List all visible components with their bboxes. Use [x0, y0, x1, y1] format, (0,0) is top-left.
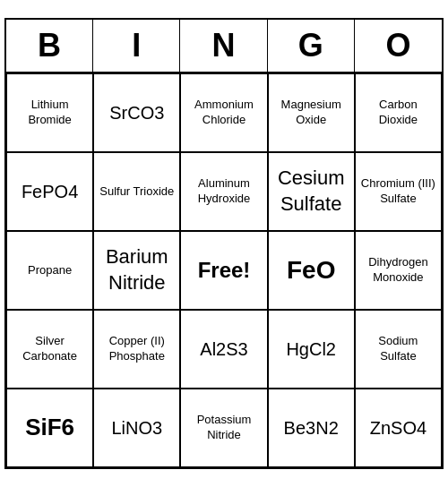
cell-r4-c0: SiF6 [6, 389, 93, 467]
cell-r1-c1: Sulfur Trioxide [93, 152, 180, 231]
cell-r0-c4: Carbon Dioxide [355, 73, 442, 152]
header-letter-O: O [355, 20, 442, 72]
cell-r1-c3: Cesium Sulfate [268, 152, 355, 231]
header-letter-B: B [6, 20, 93, 72]
cell-r4-c2: Potassium Nitride [180, 389, 267, 467]
cell-r4-c1: LiNO3 [93, 389, 180, 467]
cell-r1-c2: Aluminum Hydroxide [180, 152, 267, 231]
cell-r1-c0: FePO4 [6, 152, 93, 231]
cell-r3-c0: Silver Carbonate [6, 310, 93, 389]
bingo-grid: Lithium BromideSrCO3Ammonium ChlorideMag… [6, 73, 442, 467]
cell-r2-c0: Propane [6, 231, 93, 310]
cell-r3-c2: Al2S3 [180, 310, 267, 389]
cell-r4-c4: ZnSO4 [355, 389, 442, 467]
cell-r2-c3: FeO [268, 231, 355, 310]
bingo-header: BINGO [6, 20, 442, 73]
cell-r2-c2: Free! [180, 231, 267, 310]
bingo-card: BINGO Lithium BromideSrCO3Ammonium Chlor… [4, 18, 444, 469]
header-letter-N: N [180, 20, 267, 72]
header-letter-G: G [268, 20, 355, 72]
cell-r3-c4: Sodium Sulfate [355, 310, 442, 389]
cell-r2-c4: Dihydrogen Monoxide [355, 231, 442, 310]
cell-r3-c1: Copper (II) Phosphate [93, 310, 180, 389]
cell-r0-c3: Magnesium Oxide [268, 73, 355, 152]
cell-r0-c1: SrCO3 [93, 73, 180, 152]
cell-r1-c4: Chromium (III) Sulfate [355, 152, 442, 231]
cell-r2-c1: Barium Nitride [93, 231, 180, 310]
cell-r4-c3: Be3N2 [268, 389, 355, 467]
cell-r0-c2: Ammonium Chloride [180, 73, 267, 152]
cell-r0-c0: Lithium Bromide [6, 73, 93, 152]
cell-r3-c3: HgCl2 [268, 310, 355, 389]
header-letter-I: I [93, 20, 180, 72]
